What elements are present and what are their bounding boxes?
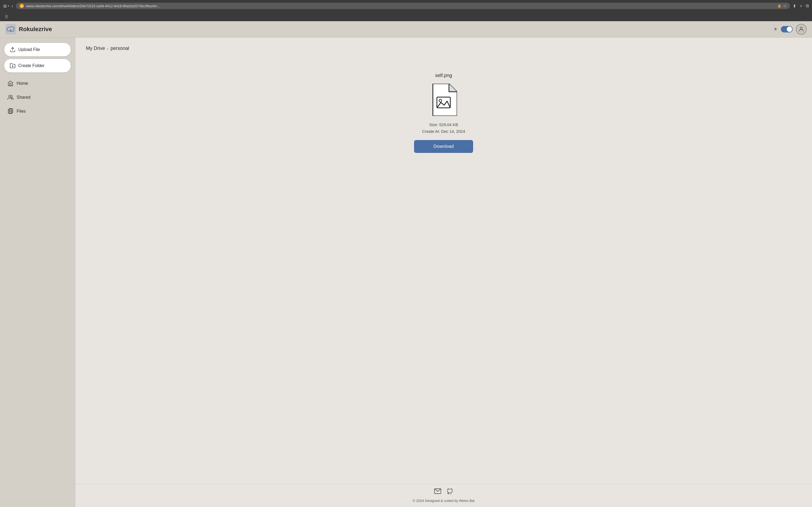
browser-controls-left: ⊞ ▾ ‹ [3,3,13,9]
copy-button[interactable]: ⧉ [806,3,809,8]
upload-file-label: Upload File [18,47,40,52]
create-folder-label: Create Folder [18,63,45,68]
file-created-at: Create At: Dec 14, 2024 [422,129,465,133]
cloud-logo-icon [5,24,16,35]
file-size: Size: 529.04 KB [429,122,458,127]
home-icon [7,80,13,87]
download-button[interactable]: Download [414,140,473,153]
app-logo: Rokulezrive [5,24,52,35]
app-header: Rokulezrive ☀ [0,21,812,38]
user-avatar[interactable] [796,24,807,35]
sidebar: Upload File Create Folder Home [0,38,75,507]
main-layout: Upload File Create Folder Home [0,38,812,507]
shared-icon [7,95,13,100]
theme-toggle-button[interactable] [781,26,793,33]
header-right: ☀ [773,24,807,35]
folder-plus-icon [10,63,15,69]
sidebar-home-label: Home [17,81,28,86]
footer-icons [434,489,453,497]
share-button[interactable]: ⬆ [793,3,796,9]
email-icon[interactable] [434,489,441,497]
file-image-icon [430,84,457,116]
github-icon[interactable] [447,489,453,497]
upload-file-button[interactable]: Upload File [4,43,70,56]
sidebar-files-label: Files [17,109,26,114]
back-button[interactable]: ‹ [11,3,13,9]
sidebar-item-files[interactable]: Files [4,106,70,117]
footer-copyright: © 2024 Designed & coded by Weiss Bai [413,499,474,503]
sidebar-shared-label: Shared [17,95,31,100]
toggle-knob [787,26,792,32]
address-bar[interactable]: ☁ www.rokulezrive.com/drive/folders/20e7… [16,3,790,9]
tab-bar: ⠿ [0,12,812,21]
breadcrumb-root[interactable]: My Drive [86,46,105,51]
content-footer: © 2024 Designed & coded by Weiss Bai [75,484,812,507]
breadcrumb-separator: › [107,46,108,51]
breadcrumb-current: personal [111,46,129,51]
file-preview: self.png Size: 529.04 KB [86,62,801,164]
create-folder-button[interactable]: Create Folder [4,59,70,72]
content-area: My Drive › personal self.png [75,38,812,507]
app-title: Rokulezrive [19,26,52,33]
browser-chrome: ⊞ ▾ ‹ ☁ www.rokulezrive.com/drive/folder… [0,0,812,12]
sidebar-toggle-btn[interactable]: ⊞ ▾ [3,3,9,9]
breadcrumb: My Drive › personal [86,46,801,51]
sidebar-item-shared[interactable]: Shared [4,92,70,103]
lock-icon: 🔒 [777,4,781,8]
favicon-icon: ☁ [19,4,24,8]
new-tab-button[interactable]: ＋ [799,3,803,9]
sidebar-item-home[interactable]: Home [4,78,70,89]
url-text: www.rokulezrive.com/drive/folders/20e7c5… [26,4,775,8]
files-icon [7,108,13,114]
app-container: Rokulezrive ☀ [0,21,812,507]
pip-icon: ⊡ [783,4,786,8]
apps-grid-icon[interactable]: ⠿ [3,13,10,21]
svg-point-5 [9,95,11,97]
content-inner: My Drive › personal self.png [75,38,812,484]
file-name: self.png [435,73,452,78]
sun-icon: ☀ [773,26,778,32]
browser-controls-right: ⬆ ＋ ⧉ [793,3,809,9]
upload-icon [10,47,15,53]
svg-point-1 [800,27,802,29]
